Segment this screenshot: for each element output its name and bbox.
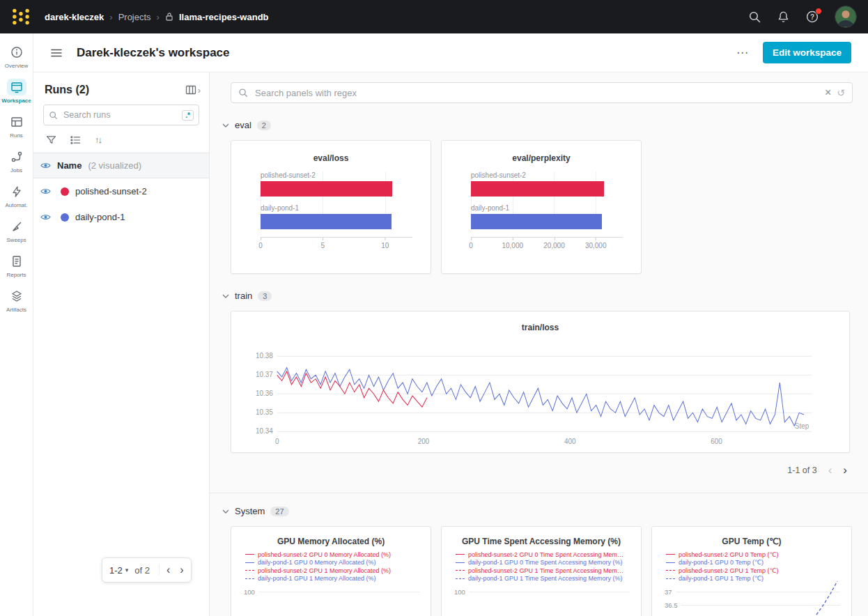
chart-panel-train-loss[interactable]: train/loss 10.3810.3710.3610.3510.340200… xyxy=(231,311,850,453)
chevron-down-icon xyxy=(222,509,229,514)
svg-text:10.36: 10.36 xyxy=(256,390,273,397)
chart-title: GPU Memory Allocated (%) xyxy=(240,537,422,546)
chart-panel-eval-perplexity[interactable]: eval/perplexity polished-sunset-2 daily-… xyxy=(441,140,642,274)
pagination-total: of 2 xyxy=(134,565,150,576)
chart-panel-gpu-temp[interactable]: GPU Temp (℃) polished-sunset-2 GPU 0 Tem… xyxy=(651,526,852,616)
avatar[interactable] xyxy=(835,6,857,28)
section-system-header[interactable]: System 27 xyxy=(222,506,853,516)
eye-icon[interactable] xyxy=(40,187,51,195)
sidebar-item-artifacts[interactable]: Artifacts xyxy=(1,283,33,318)
breadcrumb-projects[interactable]: Projects xyxy=(118,12,151,22)
section-eval: eval 2 eval/loss polished-sunset-2 daily… xyxy=(210,120,868,274)
run-row-polished-sunset-2[interactable]: polished-sunset-2 xyxy=(33,178,209,204)
train-loss-line-chart[interactable]: 10.3810.3710.3610.3510.340200400600Step xyxy=(242,341,838,452)
app-root: darek-kleczek › Projects › llama-recipes… xyxy=(0,0,868,616)
breadcrumb: darek-kleczek › Projects › llama-recipes… xyxy=(45,12,269,22)
bell-icon[interactable] xyxy=(777,10,790,24)
visualized-note: (2 visualized) xyxy=(88,160,141,171)
chart-panel-gpu-time[interactable]: GPU Time Spent Accessing Memory (%) poli… xyxy=(441,526,642,616)
chevron-right-icon: › xyxy=(198,85,201,95)
left-nav-rail: Overview Workspace Runs Jobs Automat. xyxy=(0,33,33,616)
search-runs-input[interactable] xyxy=(62,109,178,121)
runs-search: .* xyxy=(43,105,199,125)
panel-count-badge: 3 xyxy=(258,291,272,301)
run-row-daily-pond-1[interactable]: daily-pond-1 xyxy=(33,204,209,230)
section-train: train 3 train/loss 10.3810.3710.3610.351… xyxy=(210,291,868,476)
breadcrumb-project[interactable]: llama-recipes-wandb xyxy=(179,12,269,22)
section-eval-header[interactable]: eval 2 xyxy=(222,120,853,130)
search-icon xyxy=(238,88,248,98)
sidebar-item-sweeps[interactable]: Sweeps xyxy=(1,213,33,248)
run-color-dot xyxy=(61,187,69,196)
automations-icon xyxy=(7,183,26,200)
workspace-header: Darek-kleczek's workspace ⋯ Edit workspa… xyxy=(33,33,868,72)
regex-toggle-button[interactable]: .* xyxy=(182,110,194,121)
gpu-temp-chart[interactable]: polished-sunset-2 GPU 0 Temp (℃) daily-p… xyxy=(660,550,843,616)
close-icon[interactable]: × xyxy=(825,87,831,98)
sidebar-item-overview[interactable]: Overview xyxy=(1,39,33,74)
runs-icon xyxy=(7,114,26,130)
prev-page-button[interactable]: ‹ xyxy=(828,464,832,476)
filter-icon[interactable] xyxy=(46,135,56,145)
svg-text:10.38: 10.38 xyxy=(256,352,273,360)
chart-panel-eval-loss[interactable]: eval/loss polished-sunset-2 daily-pond-1… xyxy=(231,140,431,274)
name-column-header[interactable]: Name xyxy=(57,160,82,171)
history-icon[interactable]: ↺ xyxy=(837,88,845,98)
search-icon[interactable] xyxy=(748,10,761,24)
group-icon[interactable] xyxy=(70,135,81,145)
eval-perplexity-bar-chart[interactable]: polished-sunset-2 daily-pond-1 010,00020… xyxy=(451,171,631,252)
gpu-time-chart[interactable]: polished-sunset-2 GPU 0 Time Spent Acces… xyxy=(450,550,633,616)
chevron-right-icon: › xyxy=(109,12,112,22)
runs-toolbar: ↑↓ xyxy=(33,125,209,153)
breadcrumb-user[interactable]: darek-kleczek xyxy=(45,12,104,22)
svg-text:10.34: 10.34 xyxy=(256,427,273,435)
eval-loss-bar-chart[interactable]: polished-sunset-2 daily-pond-1 0510 xyxy=(241,171,421,252)
search-panels-input[interactable] xyxy=(254,87,819,99)
run-name[interactable]: daily-pond-1 xyxy=(75,212,125,222)
help-icon[interactable]: ? xyxy=(805,10,819,24)
svg-text:0: 0 xyxy=(275,438,279,445)
sidebar-item-workspace[interactable]: Workspace xyxy=(1,74,33,109)
next-page-button[interactable]: › xyxy=(180,564,183,576)
chart-title: eval/loss xyxy=(241,153,421,163)
notification-dot xyxy=(815,8,822,15)
workspace-main: × ↺ eval 2 eval/loss polished-sunset-2 d… xyxy=(210,72,868,616)
svg-text:10.35: 10.35 xyxy=(256,408,273,416)
page-range-dropdown[interactable]: 1-2 ▾ xyxy=(109,565,128,576)
chart-panel-gpu-memory[interactable]: GPU Memory Allocated (%) polished-sunset… xyxy=(231,526,431,616)
more-options-icon[interactable]: ⋯ xyxy=(736,45,749,60)
artifacts-icon xyxy=(7,288,26,305)
collapse-panel-button[interactable]: › xyxy=(185,84,201,95)
panel-search-bar: × ↺ xyxy=(231,82,853,103)
sort-icon[interactable]: ↑↓ xyxy=(95,134,101,145)
wandb-logo[interactable] xyxy=(11,7,31,26)
eye-icon[interactable] xyxy=(40,162,51,169)
jobs-icon xyxy=(7,148,26,165)
svg-text:?: ? xyxy=(810,13,814,21)
chart-title: eval/perplexity xyxy=(451,153,631,163)
caret-down-icon: ▾ xyxy=(125,567,129,573)
sidebar-item-reports[interactable]: Reports xyxy=(1,248,33,283)
next-page-button[interactable]: › xyxy=(843,464,847,476)
sidebar-item-jobs[interactable]: Jobs xyxy=(1,144,33,178)
gpu-memory-chart[interactable]: polished-sunset-2 GPU 0 Memory Allocated… xyxy=(240,550,422,616)
run-name[interactable]: polished-sunset-2 xyxy=(75,186,147,197)
runs-pagination: 1-2 ▾ of 2 ‹ › xyxy=(102,557,192,583)
runs-table-header: Name (2 visualized) xyxy=(33,153,209,178)
eye-icon[interactable] xyxy=(40,213,51,221)
section-label: train xyxy=(235,291,252,301)
section-train-header[interactable]: train 3 xyxy=(222,291,853,301)
svg-text:200: 200 xyxy=(418,438,430,445)
hamburger-icon[interactable] xyxy=(50,47,63,59)
runs-count-title: Runs (2) xyxy=(45,84,181,96)
sidebar-item-automations[interactable]: Automat. xyxy=(1,178,33,213)
chevron-down-icon xyxy=(222,294,229,298)
prev-page-button[interactable]: ‹ xyxy=(166,564,170,576)
section-label: eval xyxy=(235,120,251,130)
top-navbar: darek-kleczek › Projects › llama-recipes… xyxy=(0,0,868,33)
runs-panel-header: Runs (2) › xyxy=(33,72,209,105)
chart-title: train/loss xyxy=(242,323,838,332)
sidebar-item-runs[interactable]: Runs xyxy=(1,109,33,144)
workspace-header-actions: ⋯ Edit workspace xyxy=(736,42,851,63)
edit-workspace-button[interactable]: Edit workspace xyxy=(763,42,851,63)
